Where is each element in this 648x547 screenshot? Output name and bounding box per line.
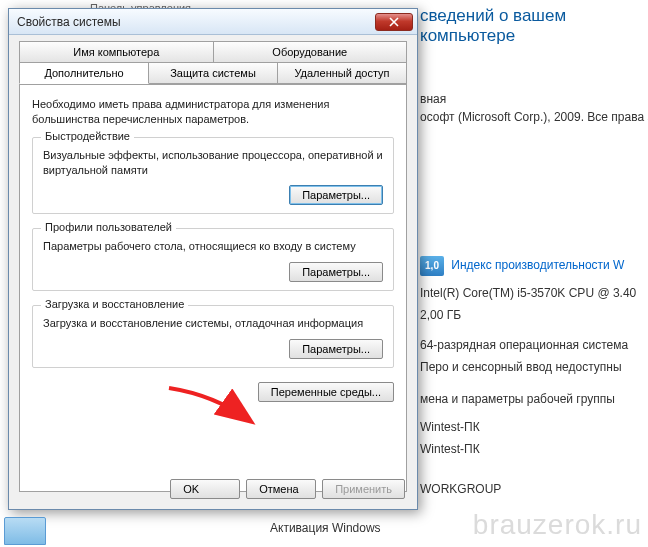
titlebar[interactable]: Свойства системы (9, 9, 417, 35)
group-user-profiles: Профили пользователей Параметры рабочего… (32, 228, 394, 291)
group-performance-title: Быстродействие (41, 130, 134, 142)
ok-button[interactable]: OK (170, 479, 240, 499)
group-profiles-desc: Параметры рабочего стола, относящиеся ко… (43, 239, 383, 254)
pc-name-2: Wintest-ПК (420, 440, 648, 458)
system-properties-dialog: Свойства системы Имя компьютера Оборудов… (8, 8, 418, 510)
tab-hardware[interactable]: Оборудование (213, 41, 408, 63)
watermark: brauzerok.ru (473, 509, 642, 541)
dialog-title: Свойства системы (17, 15, 375, 29)
group-startup-title: Загрузка и восстановление (41, 298, 188, 310)
workgroup-value: WORKGROUP (420, 480, 648, 498)
group-header: мена и параметры рабочей группы (420, 390, 648, 408)
group-startup-recovery: Загрузка и восстановление Загрузка и вос… (32, 305, 394, 368)
tab-panel-advanced: Необходимо иметь права администратора дл… (19, 84, 407, 492)
system-info-panel: сведений о вашем компьютере вная ософт (… (420, 0, 648, 547)
activation-label: Активация Windows (270, 521, 381, 535)
performance-settings-button[interactable]: Параметры... (289, 185, 383, 205)
tab-remote[interactable]: Удаленный доступ (277, 62, 407, 84)
group-performance-desc: Визуальные эффекты, использование процес… (43, 148, 383, 178)
tab-advanced[interactable]: Дополнительно (19, 62, 149, 84)
tab-computer-name[interactable]: Имя компьютера (19, 41, 214, 63)
pen-value: Перо и сенсорный ввод недоступны (420, 358, 648, 376)
close-button[interactable] (375, 13, 413, 31)
arch-value: 64-разрядная операционная система (420, 336, 648, 354)
perf-row: 1,0 Индекс производительности W (420, 254, 648, 278)
tab-row-1: Имя компьютера Оборудование (19, 41, 407, 63)
os-line2: ософт (Microsoft Corp.), 2009. Все права… (420, 108, 648, 126)
cpu-value: Intel(R) Core(TM) i5-3570K CPU @ 3.40 (420, 284, 648, 302)
os-line1: вная (420, 90, 648, 108)
cancel-button[interactable]: Отмена (246, 479, 316, 499)
bg-heading: сведений о вашем компьютере (420, 6, 648, 46)
group-performance: Быстродействие Визуальные эффекты, испол… (32, 137, 394, 215)
taskbar-fragment (4, 517, 46, 545)
profiles-settings-button[interactable]: Параметры... (289, 262, 383, 282)
ram-value: 2,00 ГБ (420, 306, 648, 324)
apply-button: Применить (322, 479, 405, 499)
dialog-button-row: OK Отмена Применить (170, 479, 405, 499)
pc-name-1: Wintest-ПК (420, 418, 648, 436)
group-profiles-title: Профили пользователей (41, 221, 176, 233)
close-icon (389, 17, 399, 27)
startup-settings-button[interactable]: Параметры... (289, 339, 383, 359)
intro-text: Необходимо иметь права администратора дл… (32, 97, 394, 127)
perf-score-icon: 1,0 (420, 256, 444, 276)
tab-system-protection[interactable]: Защита системы (148, 62, 278, 84)
tab-row-2: Дополнительно Защита системы Удаленный д… (19, 62, 407, 84)
environment-variables-button[interactable]: Переменные среды... (258, 382, 394, 402)
group-startup-desc: Загрузка и восстановление системы, отлад… (43, 316, 383, 331)
perf-link[interactable]: Индекс производительности W (451, 258, 624, 272)
